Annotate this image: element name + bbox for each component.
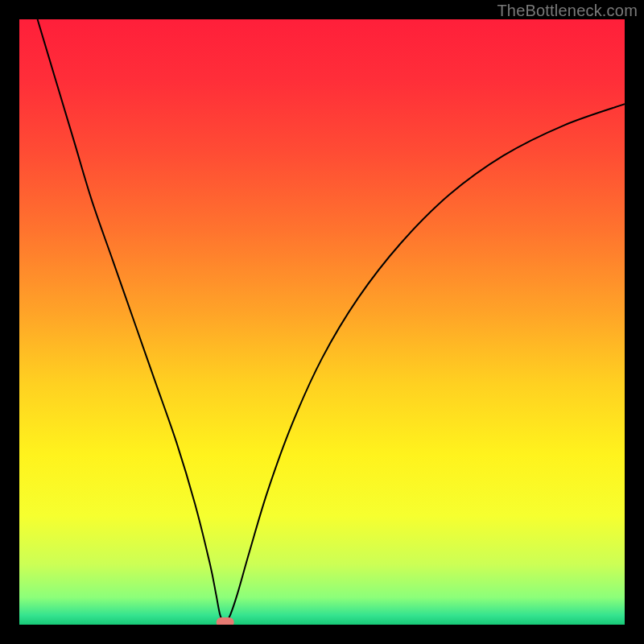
bottleneck-chart — [19, 19, 625, 625]
watermark-text: TheBottleneck.com — [497, 2, 638, 20]
svg-rect-2 — [221, 617, 229, 625]
optimum-marker — [217, 617, 234, 625]
chart-frame — [19, 19, 625, 625]
plot-background — [19, 19, 625, 625]
